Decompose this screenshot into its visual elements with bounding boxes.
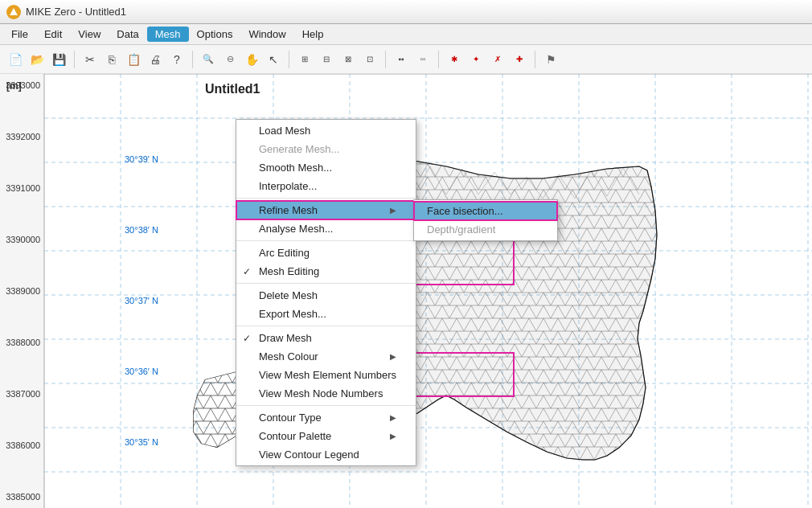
open-button[interactable]: 📂 [27,49,47,70]
y-label-2: 3392000 [0,132,43,141]
menu-view-node-numbers[interactable]: View Mesh Node Numbers [236,384,416,403]
sep6 [535,51,535,68]
zoom-out-button[interactable]: ⊖ [219,49,240,70]
mesh2-button[interactable]: ✦ [465,49,486,70]
contour-type-label: Contour Type [259,412,322,424]
menu-analyse-mesh[interactable]: Analyse Mesh... [236,219,416,238]
y-label-5: 3389000 [0,286,43,296]
menu-export-mesh[interactable]: Export Mesh... [236,305,416,323]
zoom-in-button[interactable]: 🔍 [198,49,219,70]
contour-palette-label: Contour Palette [259,430,331,442]
app-icon [6,5,21,19]
menu-file[interactable]: File [3,27,36,42]
menu-options[interactable]: Options [189,27,241,42]
menu-smooth-mesh[interactable]: Smooth Mesh... [236,158,416,177]
mesh-colour-arrow: ▶ [390,352,396,361]
menu-contour-palette[interactable]: Contour Palette ▶ [236,427,416,445]
tool2-button[interactable]: ⊟ [316,49,337,70]
mesh-dropdown: Load Mesh Generate Mesh... Smooth Mesh..… [236,119,416,466]
menu-arc-editing[interactable]: Arc Editing [236,244,416,262]
y-label-8: 3386000 [0,440,43,450]
title-text: MIKE Zero - Untitled1 [26,6,126,18]
toolbar-mesh-group: ✱ ✦ ✗ ✚ [444,49,530,70]
y-axis: [m] 3393000 3392000 3391000 3390000 3389… [0,74,44,508]
save-button[interactable]: 💾 [48,49,69,70]
sep1 [74,51,75,68]
menu-edit[interactable]: Edit [36,27,70,42]
title-bar: MIKE Zero - Untitled1 [0,0,812,24]
menu-view[interactable]: View [70,27,109,42]
svg-marker-0 [10,8,18,15]
menu-view-element-numbers[interactable]: View Mesh Element Numbers [236,366,416,384]
toolbar-extra-group: ▪▪ ▫▫ [391,49,433,70]
select-button[interactable]: ↖ [263,49,284,70]
refine-mesh-arrow: ▶ [390,206,396,215]
content-area: [m] 3393000 3392000 3391000 3390000 3389… [0,74,812,508]
new-button[interactable]: 📄 [5,49,26,70]
copy-button[interactable]: ⎘ [101,49,122,70]
y-label-9: 3385000 [0,492,43,502]
lat-label-3: 30°37′ N [125,296,158,305]
map-svg [44,74,812,508]
menu-help[interactable]: Help [294,27,332,42]
toolbar-file-group: 📄 📂 💾 [5,49,69,70]
menu-sep1 [236,198,416,199]
menu-mesh[interactable]: Mesh [147,27,189,42]
refine-mesh-label: Refine Mesh [259,204,318,216]
menu-generate-mesh: Generate Mesh... [236,140,416,158]
lat-label-4: 30°36′ N [125,367,158,376]
mesh1-button[interactable]: ✱ [444,49,465,70]
toolbar: 📄 📂 💾 ✂ ⎘ 📋 🖨 ? 🔍 ⊖ ✋ ↖ ⊞ ⊟ ⊠ ⊡ ▪▪ [0,45,812,74]
print-button[interactable]: 🖨 [145,49,166,70]
menu-mesh-editing[interactable]: Mesh Editing [236,262,416,281]
menu-sep5 [236,405,416,406]
menu-interpolate[interactable]: Interpolate... [236,177,416,195]
tool3-button[interactable]: ⊠ [338,49,359,70]
toolbar-edit-group: ✂ ⎘ 📋 🖨 ? [80,49,187,70]
pan-button[interactable]: ✋ [241,49,262,70]
toolbar-nav-group: 🔍 ⊖ ✋ ↖ [198,49,284,70]
sep5 [438,51,439,68]
menu-window[interactable]: Window [240,27,293,42]
y-label-4: 3390000 [0,235,43,244]
paste-button[interactable]: 📋 [123,49,144,70]
mesh-menu: Load Mesh Generate Mesh... Smooth Mesh..… [236,119,416,466]
mesh3-button[interactable]: ✗ [487,49,508,70]
menu-view-contour-legend[interactable]: View Contour Legend [236,445,416,464]
submenu-face-bisection[interactable]: Face bisection... [414,202,557,220]
menu-bar: File Edit View Data Mesh Options Window … [0,24,812,45]
contour-palette-arrow: ▶ [390,432,396,440]
menu-contour-type[interactable]: Contour Type ▶ [236,408,416,427]
sep3 [289,51,289,68]
menu-sep3 [236,283,416,284]
svg-rect-49 [44,74,812,508]
special-button[interactable]: ⚑ [540,49,561,70]
sep4 [385,51,386,68]
app-window: MIKE Zero - Untitled1 File Edit View Dat… [0,0,812,508]
menu-refine-mesh[interactable]: Refine Mesh ▶ Face bisection... Depth/gr… [236,201,416,219]
map-content: Untitled1 [44,74,812,508]
menu-sep2 [236,240,416,241]
y-label-3: 3391000 [0,183,43,193]
extra2-button[interactable]: ▫▫ [412,49,433,70]
cut-button[interactable]: ✂ [80,49,100,70]
help-button[interactable]: ? [166,49,187,70]
y-label-7: 3387000 [0,389,43,399]
menu-delete-mesh[interactable]: Delete Mesh [236,286,416,305]
menu-sep4 [236,326,416,326]
extra1-button[interactable]: ▪▪ [391,49,412,70]
sep2 [192,51,193,68]
y-label-6: 3388000 [0,338,43,347]
menu-data[interactable]: Data [109,27,146,42]
refine-submenu: Face bisection... Depth/gradient [413,199,558,241]
tool1-button[interactable]: ⊞ [294,49,315,70]
mesh-colour-label: Mesh Colour [259,350,318,363]
mesh4-button[interactable]: ✚ [509,49,530,70]
menu-draw-mesh[interactable]: Draw Mesh [236,329,416,347]
tool4-button[interactable]: ⊡ [359,49,380,70]
toolbar-tool-group: ⊞ ⊟ ⊠ ⊡ [294,49,380,70]
menu-load-mesh[interactable]: Load Mesh [236,121,416,140]
lat-label-1: 30°39' N [125,154,158,164]
unit-label: [m] [6,80,22,92]
menu-mesh-colour[interactable]: Mesh Colour ▶ [236,347,416,366]
